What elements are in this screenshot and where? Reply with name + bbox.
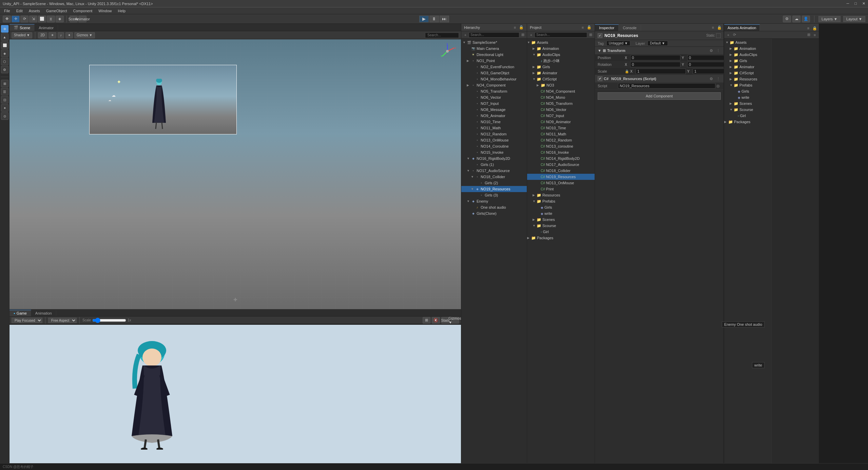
assets-add-btn[interactable]: +	[726, 32, 731, 38]
project-lock-btn[interactable]: 🔒	[586, 25, 592, 30]
project-no17-audio-cs[interactable]: C# NO17_AudioSource	[527, 162, 595, 168]
script-settings-btn[interactable]: ⚙	[709, 76, 714, 81]
menu-edit[interactable]: Edit	[14, 8, 25, 14]
tool-btn-1[interactable]: ✥	[1, 25, 8, 33]
project-prefabs-folder[interactable]: ▼ 📁 Prefabs	[527, 198, 595, 204]
tab-game[interactable]: ● Game	[9, 310, 31, 316]
scene-fx-btn[interactable]: ✦	[65, 32, 73, 38]
assets-packages2[interactable]: ▶ 📁 Packages	[724, 119, 771, 125]
hierarchy-enemy[interactable]: ▼ ◈ Enemy	[461, 198, 527, 204]
tool-rotate[interactable]: ⟳	[20, 16, 28, 22]
tab-animation[interactable]: Animation	[31, 310, 56, 316]
project-assets[interactable]: ▼ 📁 Assets	[527, 39, 595, 45]
btn-animator[interactable]: Animator	[78, 16, 86, 22]
tool-hand[interactable]: ✥	[3, 16, 11, 22]
project-search[interactable]	[535, 32, 587, 38]
tool-rect[interactable]: ⬜	[38, 16, 46, 22]
scene-gizmos-btn[interactable]: Gizmos ▼	[74, 32, 95, 38]
inspector-active-checkbox[interactable]: ✓	[598, 33, 602, 38]
game-display-select[interactable]: Play Focused Display 1	[12, 318, 42, 323]
project-no4-mono-cs[interactable]: C# NO4_Mono	[527, 94, 595, 100]
project-animation[interactable]: ▶ 📁 Animation	[527, 45, 595, 52]
close-btn[interactable]: ✕	[862, 1, 865, 6]
rotation-x-input[interactable]	[630, 62, 680, 67]
scale-slider[interactable]	[92, 318, 126, 322]
pause-button[interactable]: ⏸	[429, 16, 439, 22]
project-animator-folder[interactable]: ▶ 📁 Animator	[527, 70, 595, 76]
inspector-menu-btn[interactable]: ≡	[710, 25, 716, 30]
hierarchy-girls-clone[interactable]: ◈ Girls(Clone)	[461, 210, 527, 217]
assets-icons-btn[interactable]: ⊞	[806, 32, 811, 38]
scene-light-btn[interactable]: ☀	[49, 32, 56, 38]
transform-settings-btn[interactable]: ⚙	[709, 48, 714, 53]
game-aspect-select[interactable]: Free Aspect	[48, 318, 77, 323]
hierarchy-no14[interactable]: ◦ NO14_Coroutine	[461, 143, 527, 149]
assets-csharp-folder2[interactable]: ▶ 📁 C#Script	[724, 70, 771, 76]
hierarchy-search[interactable]	[469, 32, 519, 38]
tool-btn-6[interactable]: ⚙	[1, 66, 8, 73]
scene-audio-btn[interactable]: ♪	[58, 32, 64, 38]
hierarchy-girls1[interactable]: ◦ Girls (1)	[461, 162, 527, 168]
project-no9-cs[interactable]: C# NO9_Animator	[527, 119, 595, 125]
tool-btn-5[interactable]: ⬡	[1, 58, 8, 65]
project-no19-cs[interactable]: C# NO19_Resources	[527, 174, 595, 180]
project-no4-comp-cs[interactable]: C# NO4_Component	[527, 88, 595, 94]
project-no13-cor-cs[interactable]: C# NO13_coroutine	[527, 143, 595, 149]
assets-audioclips-folder[interactable]: ▶ 📁 AudioClips	[724, 52, 771, 58]
tool-btn-10[interactable]: ✦	[1, 104, 8, 112]
project-no16-inv-cs[interactable]: C# NO16_Invoke	[527, 149, 595, 155]
assets-resources-folder2[interactable]: ▶ 📁 Resources	[724, 76, 771, 82]
assets-animation-folder[interactable]: ▶ 📁 Animation	[724, 45, 771, 52]
tool-btn-11[interactable]: ⊙	[1, 112, 8, 120]
project-filter-btn[interactable]: ⊞	[588, 32, 593, 38]
project-scourse-folder[interactable]: ▼ 📁 Scourse	[527, 223, 595, 229]
hierarchy-no19[interactable]: ▼ ◈ NO19_Resources	[461, 186, 527, 192]
gizmos-game-btn[interactable]: Gizmos ▼	[451, 317, 459, 324]
assets-animation-tab[interactable]: Assets Animation	[724, 24, 760, 31]
project-no13-mouse-cs[interactable]: C# NO13_OnMouse	[527, 180, 595, 186]
inspector-lock-btn[interactable]: 🔒	[717, 25, 722, 30]
script-active-checkbox[interactable]: ✓	[598, 76, 602, 81]
menu-help[interactable]: Help	[115, 8, 128, 14]
layer-dropdown[interactable]: Default ▼	[648, 41, 668, 46]
menu-window[interactable]: Window	[96, 8, 114, 14]
transform-more-btn[interactable]: ⋮	[715, 48, 721, 53]
hierarchy-filter-btn[interactable]: ⊞	[520, 32, 525, 38]
position-x-input[interactable]	[630, 55, 680, 60]
hierarchy-girls2[interactable]: ◦ Girls (2)	[461, 180, 527, 186]
assets-animator-folder2[interactable]: ▶ 📁 Animator	[724, 64, 771, 70]
hierarchy-no2[interactable]: ◦ NO2_EventFunction	[461, 64, 527, 70]
hierarchy-no10[interactable]: ◦ NO10_Time	[461, 119, 527, 125]
project-no6-cs[interactable]: C# NO6_Vector	[527, 107, 595, 113]
project-girl-asset[interactable]: ◦ Girl	[527, 229, 595, 235]
tool-btn-9[interactable]: ⊡	[1, 96, 8, 104]
assets-assets-root[interactable]: ▼ 📁 Assets	[724, 39, 771, 45]
project-scenes-folder[interactable]: ▶ 📁 Scenes	[527, 217, 595, 223]
hierarchy-no3[interactable]: ◦ NO3_GameObjct	[461, 70, 527, 76]
project-csharp-folder[interactable]: ▼ 📁 C#Script	[527, 76, 595, 82]
hierarchy-no16[interactable]: ▼ ◈ NO16_RigidBody2D	[461, 155, 527, 162]
project-girls-prefab[interactable]: ◈ Girls	[527, 204, 595, 210]
project-no7-cs[interactable]: C# NO7_Input	[527, 113, 595, 119]
hierarchy-no7[interactable]: ◦ NO7_Input	[461, 100, 527, 107]
tool-custom[interactable]: ◈	[56, 16, 64, 22]
assets-prefabs-folder2[interactable]: ▼ 📁 Prefabs	[724, 82, 771, 88]
script-select-btn[interactable]: ◎	[715, 83, 721, 89]
hierarchy-no12[interactable]: ◦ NO12_Random	[461, 131, 527, 137]
project-no12-cs[interactable]: C# NO12_Random	[527, 137, 595, 143]
assets-scourse-folder2[interactable]: ▼ 📁 Scourse	[724, 107, 771, 113]
project-audioclips[interactable]: ▼ 📁 AudioClips	[527, 52, 595, 58]
hierarchy-no18[interactable]: ▼ ◦ NO18_Collider	[461, 174, 527, 180]
assets-refresh-btn[interactable]: ⟳	[732, 32, 737, 38]
cloud-btn[interactable]: ☁	[792, 16, 801, 22]
hierarchy-scene-root[interactable]: ▼ 🎬 SampleScene*	[461, 39, 527, 45]
scene-2d-btn[interactable]: 2D	[38, 32, 47, 38]
project-audio-file[interactable]: ♪ 跑步-小咪	[527, 58, 595, 64]
menu-component[interactable]: Component	[70, 8, 95, 14]
assets-girls-prefab2[interactable]: ◈ Girls	[724, 88, 771, 94]
tag-dropdown[interactable]: Untagged ▼	[606, 41, 630, 46]
assets-list-btn[interactable]: ≡	[812, 32, 817, 38]
scene-search-input[interactable]	[425, 33, 459, 38]
scale-x-input[interactable]	[636, 69, 686, 74]
hierarchy-no5[interactable]: ◦ NO5_Transform	[461, 88, 527, 94]
